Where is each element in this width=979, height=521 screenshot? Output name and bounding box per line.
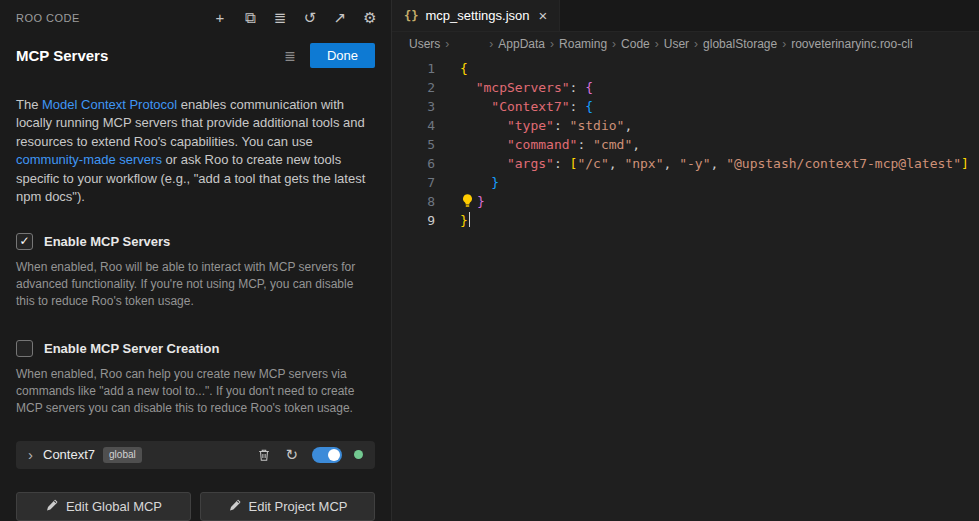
brand-label: ROO CODE [16, 12, 80, 24]
line-content: "mcpServers": { [460, 78, 593, 97]
new-window-icon[interactable]: ⧉ [241, 9, 259, 27]
line-content: "Context7": { [460, 97, 593, 116]
mcp-intro-text: The Model Context Protocol enables commu… [0, 68, 391, 207]
line-number: 5 [392, 135, 435, 154]
breadcrumb-separator: › [550, 37, 554, 51]
edit-project-mcp-label: Edit Project MCP [249, 499, 348, 514]
chevron-right-icon[interactable]: › [28, 446, 33, 463]
text-cursor [469, 212, 471, 227]
breadcrumb-separator: › [694, 37, 698, 51]
editor-pane: {} mcp_settings.json × Users››AppData›Ro… [391, 0, 979, 521]
sidebar-header: ROO CODE +⧉≣↺↗⚙ [0, 0, 391, 27]
lightbulb-icon[interactable] [460, 193, 475, 208]
breadcrumb-separator: › [612, 37, 616, 51]
line-number: 1 [392, 59, 435, 78]
server-scope-badge: global [103, 447, 142, 463]
breadcrumb-separator: › [489, 37, 493, 51]
code-line[interactable]: 8 } [392, 192, 979, 211]
history-icon[interactable]: ↺ [301, 9, 319, 27]
edit-global-mcp-button[interactable]: Edit Global MCP [16, 492, 191, 521]
breadcrumb-item[interactable]: User [664, 37, 689, 51]
breadcrumb-item[interactable]: Users [409, 37, 440, 51]
json-file-icon: {} [404, 9, 418, 23]
edit-project-mcp-button[interactable]: Edit Project MCP [200, 492, 375, 521]
code-line[interactable]: 9} [392, 211, 979, 230]
breadcrumb-separator: › [445, 37, 449, 51]
pencil-edit-icon [45, 499, 58, 515]
line-content: "args": ["/c", "npx", "-y", "@upstash/co… [460, 154, 969, 173]
line-number: 4 [392, 116, 435, 135]
breadcrumb-item[interactable]: Code [621, 37, 650, 51]
tab-label: mcp_settings.json [425, 8, 529, 23]
restart-server-button[interactable]: ↻ [285, 448, 298, 462]
pencil-edit-icon [45, 499, 58, 512]
code-line[interactable]: 6 "args": ["/c", "npx", "-y", "@upstash/… [392, 154, 979, 173]
mcp-servers-icon[interactable]: ≣ [271, 9, 289, 27]
enable-mcp-creation-label: Enable MCP Server Creation [44, 341, 219, 356]
enable-mcp-servers-label: Enable MCP Servers [44, 234, 170, 249]
delete-server-button[interactable] [257, 448, 271, 462]
page-title: MCP Servers [16, 47, 284, 64]
code-editor[interactable]: 1{2 "mcpServers": {3 "Context7": {4 "typ… [392, 56, 979, 521]
code-line[interactable]: 5 "command": "cmd", [392, 135, 979, 154]
settings-gear-icon[interactable]: ⚙ [361, 9, 379, 27]
intro-link[interactable]: community-made servers [16, 152, 162, 167]
line-number: 2 [392, 78, 435, 97]
line-content: { [460, 59, 468, 78]
enable-mcp-creation-checkbox[interactable] [16, 340, 33, 357]
line-content: } [460, 173, 499, 192]
line-content: "type": "stdio", [460, 116, 632, 135]
roo-code-sidebar: ROO CODE +⧉≣↺↗⚙ MCP Servers ≣ Done The M… [0, 0, 391, 521]
line-number: 9 [392, 211, 435, 230]
breadcrumb-item[interactable]: AppData [498, 37, 545, 51]
line-content: "command": "cmd", [460, 135, 640, 154]
intro-text-segment: The [16, 97, 42, 112]
sidebar-toolbar: +⧉≣↺↗⚙ [211, 9, 379, 27]
code-line[interactable]: 1{ [392, 59, 979, 78]
code-line[interactable]: 3 "Context7": { [392, 97, 979, 116]
code-line[interactable]: 2 "mcpServers": { [392, 78, 979, 97]
edit-global-mcp-label: Edit Global MCP [66, 499, 162, 514]
pencil-edit-icon [228, 499, 241, 512]
code-line[interactable]: 4 "type": "stdio", [392, 116, 979, 135]
line-content: } [460, 211, 470, 230]
breadcrumb-item[interactable]: rooveterinaryinc.roo-cli [791, 37, 912, 51]
breadcrumb-item[interactable]: globalStorage [703, 37, 777, 51]
mcp-title-row: MCP Servers ≣ Done [0, 27, 391, 68]
breadcrumb-separator: › [782, 37, 786, 51]
enable-mcp-servers-checkbox[interactable]: ✓ [16, 233, 33, 250]
server-enabled-toggle[interactable] [312, 447, 342, 463]
line-content: } [460, 192, 485, 211]
breadcrumb-separator: › [655, 37, 659, 51]
plus-icon[interactable]: + [211, 9, 229, 27]
code-line[interactable]: 7 } [392, 173, 979, 192]
line-number: 8 [392, 192, 435, 211]
line-number: 3 [392, 97, 435, 116]
enable-mcp-servers-setting: ✓ Enable MCP Servers When enabled, Roo w… [0, 233, 391, 310]
breadcrumb-item[interactable]: Roaming [559, 37, 607, 51]
server-name: Context7 [43, 447, 95, 462]
done-button[interactable]: Done [310, 43, 375, 68]
tab-mcp-settings-json[interactable]: {} mcp_settings.json × [392, 0, 560, 31]
enable-mcp-creation-setting: Enable MCP Server Creation When enabled,… [0, 340, 391, 417]
line-number: 7 [392, 173, 435, 192]
editor-tab-bar: {} mcp_settings.json × [392, 0, 979, 32]
server-stack-icon[interactable]: ≣ [284, 48, 296, 64]
enable-mcp-creation-description: When enabled, Roo can help you create ne… [16, 366, 375, 417]
breadcrumb: Users››AppData›Roaming›Code›User›globalS… [392, 32, 979, 56]
mcp-server-row[interactable]: › Context7 global ↻ [16, 441, 375, 469]
server-status-dot [354, 450, 363, 459]
delete-trash-icon[interactable] [257, 448, 271, 462]
tab-close-icon[interactable]: × [539, 9, 548, 22]
line-number: 6 [392, 154, 435, 173]
pencil-edit-icon [228, 499, 241, 515]
edit-buttons-row: Edit Global MCP Edit Project MCP [16, 492, 375, 521]
open-external-icon[interactable]: ↗ [331, 9, 349, 27]
enable-mcp-servers-description: When enabled, Roo will be able to intera… [16, 259, 375, 310]
intro-link[interactable]: Model Context Protocol [42, 97, 177, 112]
